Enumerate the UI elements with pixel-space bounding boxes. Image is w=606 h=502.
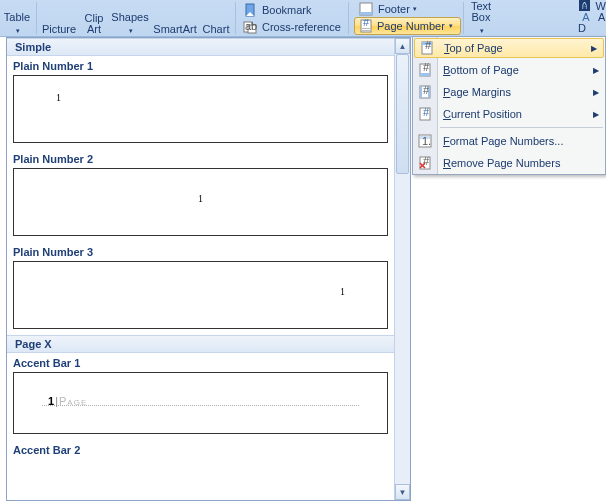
svg-text:#: # (423, 85, 430, 96)
gallery-item-label: Plain Number 2 (7, 149, 394, 168)
menu-bottom-of-page[interactable]: # Bottom of Page ▶ (413, 59, 605, 81)
menu-top-of-page[interactable]: # Top of Page ▶ (414, 38, 604, 58)
svg-rect-9 (362, 28, 370, 29)
current-position-icon: # (417, 106, 433, 122)
scroll-thumb[interactable] (396, 54, 409, 174)
gallery-item-plain2[interactable]: 1 (13, 168, 388, 236)
gallery-item-accent1[interactable]: 1|Page (13, 372, 388, 434)
gallery-item-plain1[interactable]: 1 (13, 75, 388, 143)
remove-numbers-icon: # (417, 155, 433, 171)
svg-rect-6 (360, 12, 372, 15)
clipart-button[interactable]: ClipArt (79, 1, 109, 35)
svg-text:#: # (425, 41, 432, 51)
page-number-gallery: Simple Plain Number 1 1 Plain Number 2 1… (6, 37, 411, 501)
svg-rect-15 (420, 73, 430, 76)
textbox-button[interactable]: TextBox (466, 1, 496, 35)
gallery-item-label: Accent Bar 2 (7, 440, 394, 459)
crossref-icon: ab (242, 19, 258, 35)
menu-current-position[interactable]: # Current Position ▶ (413, 103, 605, 125)
svg-text:#: # (423, 63, 430, 73)
crossref-button[interactable]: ab Cross-reference (238, 18, 346, 35)
bookmark-button[interactable]: Bookmark (238, 1, 346, 18)
page-bottom-icon: # (417, 62, 433, 78)
footer-icon (358, 1, 374, 17)
svg-text:ab: ab (245, 20, 257, 32)
page-top-icon: # (419, 40, 435, 56)
smartart-button[interactable]: SmartArt (151, 1, 199, 35)
menu-remove-page-numbers[interactable]: # Remove Page Numbers (413, 152, 605, 174)
svg-text:#: # (423, 107, 430, 118)
page-number-menu: # Top of Page ▶ # Bottom of Page ▶ # Pag… (412, 36, 606, 175)
gallery-section-pagex: Page X (7, 335, 394, 353)
gallery-item-label: Accent Bar 1 (7, 353, 394, 372)
page-number-icon: # (358, 18, 374, 34)
format-numbers-icon: 1. (417, 133, 433, 149)
ribbon: Table Picture ClipArt Shapes SmartArt Ch… (0, 0, 606, 37)
table-button[interactable]: Table (0, 1, 34, 35)
scroll-up-button[interactable]: ▲ (395, 38, 410, 54)
gallery-scrollbar[interactable]: ▲ ▼ (394, 38, 410, 500)
svg-rect-18 (420, 86, 422, 98)
scroll-down-button[interactable]: ▼ (395, 484, 410, 500)
svg-text:1.: 1. (422, 135, 431, 147)
footer-button[interactable]: Footer▾ (354, 1, 461, 17)
ribbon-overflow: 🅰W AA D (576, 0, 606, 37)
shapes-button[interactable]: Shapes (109, 1, 151, 35)
menu-format-page-numbers[interactable]: 1. Format Page Numbers... (413, 130, 605, 152)
picture-button[interactable]: Picture (39, 1, 79, 35)
bookmark-icon (242, 2, 258, 18)
gallery-section-simple: Simple (7, 38, 394, 56)
menu-page-margins[interactable]: # Page Margins ▶ (413, 81, 605, 103)
chart-button[interactable]: Chart (199, 1, 233, 35)
page-margins-icon: # (417, 84, 433, 100)
svg-text:#: # (423, 156, 430, 167)
svg-rect-10 (362, 30, 370, 31)
gallery-item-label: Plain Number 3 (7, 242, 394, 261)
gallery-item-label: Plain Number 1 (7, 56, 394, 75)
page-number-button[interactable]: # Page Number▾ (354, 17, 461, 35)
gallery-item-plain3[interactable]: 1 (13, 261, 388, 329)
svg-text:#: # (363, 19, 370, 28)
